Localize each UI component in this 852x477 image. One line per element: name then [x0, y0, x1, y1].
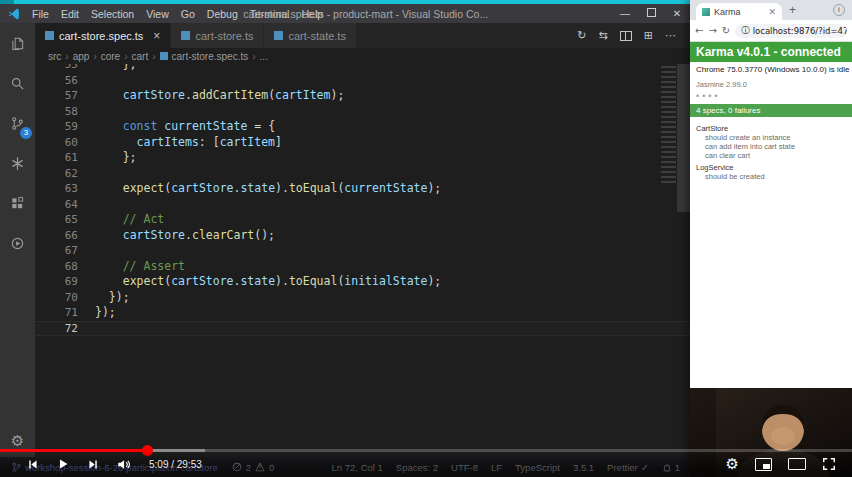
explorer-icon[interactable]: [0, 23, 35, 63]
breadcrumb-item[interactable]: cart-store.spec.ts: [172, 51, 249, 62]
code-line-63[interactable]: 63 expect(cartStore.state).toEqual(curre…: [35, 181, 690, 197]
karma-suite: LogService: [696, 163, 846, 172]
breadcrumb-item[interactable]: core: [101, 51, 120, 62]
line-number: 55: [35, 64, 78, 73]
debug-icon[interactable]: [0, 223, 35, 263]
code-line-65[interactable]: 65 // Act: [35, 212, 690, 228]
line-number: 62: [35, 166, 78, 182]
more-actions-icon[interactable]: ⋯: [665, 29, 676, 42]
code-editor[interactable]: 55 };5657 cartStore.addCartItem(cartItem…: [35, 64, 690, 457]
minimize-icon[interactable]: —: [612, 8, 638, 19]
code-line-60[interactable]: 60 cartItems: [cartItem]: [35, 135, 690, 151]
code-text: };: [95, 64, 137, 73]
code-line-56[interactable]: 56: [35, 73, 690, 89]
jasmine-version: Jasmine 2.99.0: [690, 75, 852, 90]
code-line-68[interactable]: 68 // Assert: [35, 259, 690, 275]
karma-spec: should be created: [696, 172, 846, 181]
split-editor-icon[interactable]: [620, 31, 632, 41]
code-text: const currentState = {: [95, 119, 275, 135]
tab-cart-state.ts[interactable]: cart-state.ts: [264, 23, 356, 48]
settings-gear-icon[interactable]: ⚙: [726, 457, 739, 472]
source-control-icon[interactable]: 3: [0, 103, 35, 143]
code-line-72[interactable]: 72: [35, 321, 690, 337]
tab-close-icon[interactable]: ✕: [768, 7, 776, 17]
play-icon[interactable]: [56, 457, 70, 471]
menu-file[interactable]: File: [26, 8, 55, 20]
scrollbar[interactable]: [677, 64, 690, 212]
code-line-71[interactable]: 71});: [35, 305, 690, 321]
breadcrumb-item[interactable]: cart: [132, 51, 149, 62]
spec-dots: ••••: [690, 90, 852, 102]
code-text: cartStore.addCartItem(cartItem);: [95, 88, 344, 104]
tab-cart-store.spec.ts[interactable]: cart-store.spec.ts×: [35, 23, 171, 48]
code-line-64[interactable]: 64: [35, 197, 690, 213]
volume-icon[interactable]: [117, 458, 132, 471]
extensions-icon[interactable]: [0, 183, 35, 223]
info-icon[interactable]: i: [833, 4, 845, 16]
open-changes-icon[interactable]: ⇆: [599, 29, 608, 42]
code-text: expect(cartStore.state).toEqual(currentS…: [95, 181, 441, 197]
address-bar[interactable]: ⓘ localhost:9876/?id=4775: [735, 24, 847, 38]
close-icon[interactable]: ✕: [664, 8, 690, 19]
tabs: cart-store.spec.ts×cart-store.tscart-sta…: [35, 23, 357, 48]
line-number: 56: [35, 73, 78, 89]
menu-go[interactable]: Go: [175, 8, 201, 20]
maximize-icon[interactable]: [638, 8, 664, 19]
code-line-69[interactable]: 69 expect(cartStore.state).toEqual(initi…: [35, 274, 690, 290]
line-number: 69: [35, 274, 78, 290]
tab-label: cart-store.ts: [195, 30, 253, 42]
line-number: 68: [35, 259, 78, 275]
new-tab-icon[interactable]: +: [789, 3, 796, 20]
line-number: 71: [35, 305, 78, 321]
site-info-icon[interactable]: ⓘ: [741, 25, 750, 37]
plugin-icon[interactable]: [0, 143, 35, 183]
line-number: 57: [35, 88, 78, 104]
fullscreen-icon[interactable]: [822, 457, 836, 471]
menu-edit[interactable]: Edit: [55, 8, 85, 20]
code-line-62[interactable]: 62: [35, 166, 690, 182]
karma-page: Karma v4.0.1 - connected Chrome 75.0.377…: [690, 42, 852, 388]
miniplayer-icon[interactable]: [755, 458, 772, 471]
breadcrumb-separator: ›: [124, 51, 127, 62]
toggle-layout-icon[interactable]: ⊞: [644, 29, 653, 42]
code-line-55[interactable]: 55 };: [35, 64, 690, 73]
code-line-57[interactable]: 57 cartStore.addCartItem(cartItem);: [35, 88, 690, 104]
code-line-66[interactable]: 66 cartStore.clearCart();: [35, 228, 690, 244]
code-line-67[interactable]: 67: [35, 243, 690, 259]
code-text: });: [95, 305, 116, 321]
forward-icon[interactable]: →: [708, 25, 716, 36]
window-controls: — ✕: [612, 8, 690, 19]
back-icon[interactable]: ←: [695, 25, 703, 36]
url-text: localhost:9876/?id=4775: [753, 26, 847, 36]
browser-tab-label: Karma: [714, 7, 741, 17]
reload-icon[interactable]: ↻: [722, 25, 730, 36]
next-icon[interactable]: [87, 458, 100, 471]
line-number: 66: [35, 228, 78, 244]
menu-selection[interactable]: Selection: [85, 8, 140, 20]
previous-icon[interactable]: [26, 458, 39, 471]
line-number: 67: [35, 243, 78, 259]
search-icon[interactable]: [0, 63, 35, 103]
scm-badge: 3: [20, 127, 32, 139]
code-line-58[interactable]: 58: [35, 104, 690, 120]
tab-cart-store.ts[interactable]: cart-store.ts: [171, 23, 264, 48]
karma-banner: Karma v4.0.1 - connected: [690, 42, 852, 62]
menu-view[interactable]: View: [140, 8, 175, 20]
breadcrumb-item[interactable]: ...: [260, 51, 268, 62]
close-tab-icon[interactable]: ×: [153, 29, 160, 43]
breadcrumb-separator: ›: [65, 51, 68, 62]
menu-debug[interactable]: Debug: [201, 8, 244, 20]
karma-suite: CartStore: [696, 124, 846, 133]
vscode-titlebar: FileEditSelectionViewGoDebugTerminalHelp…: [0, 4, 690, 23]
code-line-70[interactable]: 70 });: [35, 290, 690, 306]
breadcrumb-item[interactable]: app: [73, 51, 90, 62]
code-line-61[interactable]: 61 };: [35, 150, 690, 166]
code-line-59[interactable]: 59 const currentState = {: [35, 119, 690, 135]
ts-file-icon: [45, 31, 54, 40]
breadcrumb-separator: ›: [252, 51, 255, 62]
theater-mode-icon[interactable]: [788, 458, 806, 470]
sync-icon[interactable]: ↻: [577, 29, 586, 42]
breadcrumb-item[interactable]: src: [48, 51, 61, 62]
browser-tab-karma[interactable]: Karma ✕: [696, 3, 782, 20]
minimap[interactable]: [661, 66, 676, 184]
